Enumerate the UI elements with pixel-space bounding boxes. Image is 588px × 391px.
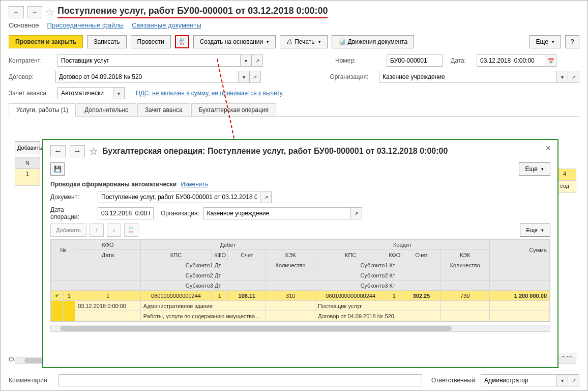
favorite-star-icon[interactable]: ☆ — [45, 6, 54, 18]
change-link[interactable]: Изменить — [181, 181, 208, 188]
dtkt-button[interactable]: ДтКт — [175, 35, 189, 48]
close-icon[interactable]: ✕ — [545, 144, 551, 152]
print-button[interactable]: 🖨 Печать — [280, 35, 327, 48]
col-header-n: N — [15, 157, 40, 169]
col-sub2k: Субконто2 Кт — [315, 270, 440, 281]
number-input[interactable] — [387, 54, 443, 67]
resp-input[interactable] — [481, 374, 557, 386]
write-button[interactable]: Записать — [87, 35, 126, 48]
contract-input[interactable] — [55, 71, 239, 83]
cell-k-sub2: Договор от 04.09.2018 № 520 — [315, 311, 440, 321]
doc-movements-button[interactable]: 📊 Движения документа — [332, 35, 415, 48]
dropdown-icon[interactable]: ▾ — [241, 54, 252, 67]
col-kek: КЭК — [266, 250, 315, 260]
dropdown-icon[interactable]: ▾ — [239, 71, 250, 83]
open-ref-icon[interactable]: ↗ — [260, 191, 272, 203]
add-entry-button: Добавить — [50, 224, 86, 237]
col-kfo2: КФО — [212, 250, 228, 260]
open-ref-icon[interactable]: ↗ — [250, 71, 261, 83]
cell-d-sub2: Работы, услуги по содержанию имущества… — [140, 311, 266, 321]
cell-k-sub1: Поставщик услуг — [315, 301, 440, 311]
cell-date: 03.12.2018 0:00:00 — [75, 301, 141, 311]
post-and-close-button[interactable]: Провести и закрыть — [9, 35, 83, 48]
col-sub1d: Субконто1 Дт — [140, 260, 266, 270]
counterparty-input[interactable] — [57, 54, 241, 67]
col-sub2d: Субконто2 Дт — [140, 270, 266, 281]
number-label: Номер: — [335, 57, 384, 64]
org-input[interactable] — [379, 71, 557, 83]
add-row-button[interactable]: Добавить — [15, 141, 40, 154]
nav-back-button[interactable]: ← — [50, 145, 66, 157]
col-date: Дата — [75, 250, 141, 260]
advance-label: Зачет аванса: — [9, 90, 54, 97]
more-button[interactable]: Еще — [520, 224, 550, 237]
popup-org-input[interactable] — [203, 207, 351, 219]
horizontal-scrollbar[interactable] — [50, 325, 550, 332]
col-acc: Счет — [402, 250, 440, 260]
opdate-input[interactable] — [98, 207, 154, 219]
open-ref-icon[interactable]: ↗ — [568, 374, 579, 386]
col-sub3k: Субконто3 Кт — [315, 281, 440, 291]
auto-entries-label: Проводки сформированы автоматически — [50, 181, 177, 188]
move-down-button: ↓ — [107, 224, 121, 237]
comment-label: Комментарий: — [9, 377, 54, 384]
col-sub3d: Субконто3 Дт — [140, 281, 266, 291]
cell-sum: 1 200 000,00 — [490, 291, 550, 301]
accounting-operation-popup: ← → ☆ Бухгалтерская операция: Поступлени… — [42, 139, 558, 368]
check-icon: ✔ — [51, 291, 64, 301]
link-related-docs[interactable]: Связанные документы — [132, 21, 201, 29]
col-kfo: КФО — [75, 240, 141, 250]
col-n: № — [51, 240, 75, 260]
row-number: 1 — [15, 169, 40, 186]
cell-k-kps: 0801000000000244 — [315, 291, 386, 301]
open-ref-icon[interactable]: ↗ — [568, 71, 579, 83]
tab-extra[interactable]: Дополнительно — [77, 103, 136, 116]
cell-k-acc: 302.25 — [402, 291, 440, 301]
col-sub1k: Субконто1 Кт — [315, 260, 440, 270]
dtkt-icon: ДтКт — [180, 38, 184, 46]
more-button[interactable]: Еще — [519, 162, 550, 176]
create-based-on-button[interactable]: Создать на основании — [193, 35, 276, 48]
more-button[interactable]: Еще — [530, 35, 561, 48]
dropdown-icon[interactable]: ▾ — [113, 87, 125, 99]
tab-main[interactable]: Основное — [9, 21, 39, 29]
link-attached-files[interactable]: Присоединенные файлы — [47, 21, 124, 29]
save-button[interactable]: 💾 — [50, 162, 65, 176]
popup-title: Бухгалтерская операция: Поступление услу… — [102, 147, 448, 156]
dropdown-icon[interactable]: ▾ — [557, 71, 568, 83]
open-ref-icon[interactable]: ↗ — [351, 207, 362, 219]
calendar-icon[interactable]: 📅 — [545, 54, 556, 67]
col-debit: Дебет — [140, 240, 315, 250]
nav-forward-button[interactable]: → — [70, 145, 85, 157]
scroll-thumb[interactable] — [60, 326, 452, 331]
vat-link[interactable]: НДС: не включен в сумму, не принимается … — [136, 90, 283, 97]
cell-d-acc: 106.11 — [228, 291, 266, 301]
help-button[interactable]: ? — [565, 35, 579, 48]
dtkt-icon-button: ДтКт — [124, 224, 138, 237]
col-kps: КПС — [140, 250, 211, 260]
col-kek: КЭК — [440, 250, 490, 260]
tab-buh[interactable]: Бухгалтерская операция — [191, 103, 276, 116]
dropdown-icon[interactable]: ▾ — [557, 374, 568, 386]
col-qty: Количество — [440, 260, 490, 270]
cell-d-kps: 0801000000000244 — [140, 291, 211, 301]
doc-input[interactable] — [98, 191, 260, 203]
contract-label: Договор: — [9, 73, 52, 80]
counterparty-label: Контрагент: — [9, 57, 54, 64]
col-qty: Количество — [266, 260, 315, 270]
nav-forward-button[interactable]: → — [27, 6, 42, 18]
cell-k-kfo: 1 — [386, 291, 402, 301]
org-label: Организация: — [330, 73, 376, 80]
opdate-label: Дата операции: — [50, 206, 94, 220]
nav-back-button[interactable]: ← — [9, 6, 24, 18]
doc-label: Документ: — [50, 193, 94, 201]
favorite-star-icon[interactable]: ☆ — [89, 145, 98, 157]
open-ref-icon[interactable]: ↗ — [252, 54, 263, 67]
comment-input[interactable] — [58, 374, 422, 386]
post-button[interactable]: Провести — [131, 35, 171, 48]
tab-services[interactable]: Услуги, работы (1) — [9, 103, 76, 117]
date-input[interactable] — [477, 54, 545, 67]
entries-grid[interactable]: № КФО Дебет Кредит Сумма Дата КПС КФО Сч… — [50, 239, 550, 322]
advance-mode-input[interactable] — [57, 87, 113, 99]
tab-advance[interactable]: Зачет аванса — [137, 103, 190, 116]
